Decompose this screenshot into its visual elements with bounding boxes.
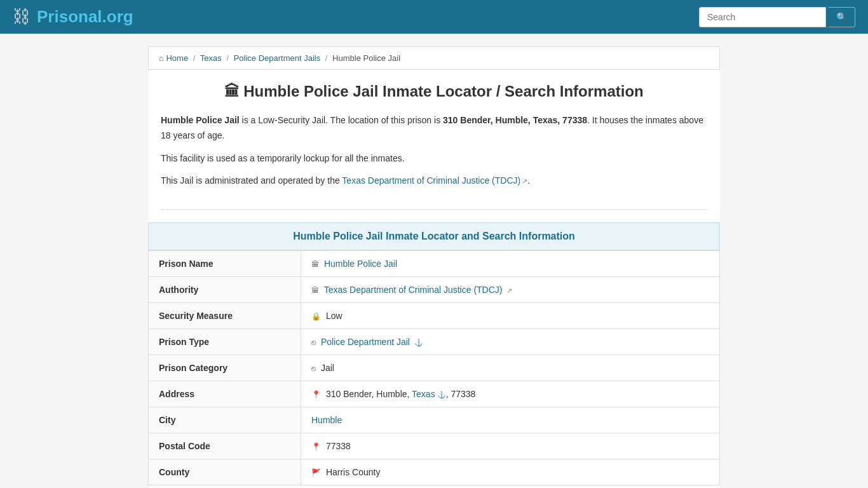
label-prison-type: Prison Type bbox=[149, 329, 301, 355]
ext-icon: ↗ bbox=[522, 177, 527, 185]
desc3-suffix: . bbox=[527, 175, 530, 186]
home-icon: ⌂ bbox=[159, 53, 164, 63]
prison-type-link[interactable]: Police Department Jail bbox=[321, 337, 410, 347]
search-input[interactable] bbox=[699, 7, 826, 27]
description-para1: Humble Police Jail is a Low-Security Jai… bbox=[161, 113, 707, 144]
page-title-area: 🏛Humble Police Jail Inmate Locator / Sea… bbox=[148, 83, 720, 100]
table-row: Prison Type ⎋ Police Department Jail ⚓ bbox=[149, 329, 720, 355]
prison-icon: 🏛 bbox=[224, 83, 240, 100]
value-prison-category: ⎋ Jail bbox=[301, 355, 720, 381]
label-county: County bbox=[149, 459, 301, 485]
table-row: Prison Name 🏛 Humble Police Jail bbox=[149, 251, 720, 277]
county-value: Harris County bbox=[326, 467, 381, 477]
search-button[interactable]: 🔍 bbox=[829, 7, 855, 27]
value-prison-type: ⎋ Police Department Jail ⚓ bbox=[301, 329, 720, 355]
prison-name-bold: Humble Police Jail bbox=[161, 115, 240, 125]
breadcrumb-current: Humble Police Jail bbox=[332, 53, 400, 63]
value-security: 🔒 Low bbox=[301, 303, 720, 329]
table-row: Prison Category ⎋ Jail bbox=[149, 355, 720, 381]
search-area: 🔍 bbox=[699, 7, 855, 27]
site-header: ⛓ Prisonal.org 🔍 bbox=[0, 0, 868, 34]
location-icon: ⎋ bbox=[311, 338, 316, 347]
logo-text: Prisonal.org bbox=[37, 7, 133, 27]
desc3-prefix: This Jail is administrated and operated … bbox=[161, 175, 342, 186]
label-security: Security Measure bbox=[149, 303, 301, 329]
value-authority: 🏛 Texas Department of Criminal Justice (… bbox=[301, 277, 720, 303]
security-value: Low bbox=[326, 311, 342, 321]
label-postal: Postal Code bbox=[149, 433, 301, 459]
flag-icon: 🚩 bbox=[311, 468, 321, 477]
breadcrumb-sep1: / bbox=[193, 53, 196, 63]
value-address: 📍 310 Bender, Humble, Texas⚓, 77338 bbox=[301, 381, 720, 407]
breadcrumb-texas[interactable]: Texas bbox=[200, 53, 222, 63]
breadcrumb-sep3: / bbox=[325, 53, 328, 63]
address-bold: 310 Bender, Humble, Texas, 77338 bbox=[443, 115, 587, 125]
city-link[interactable]: Humble bbox=[311, 415, 342, 425]
breadcrumb-home[interactable]: Home bbox=[166, 53, 188, 63]
pin-icon: 📍 bbox=[311, 390, 321, 399]
main-content: ⌂ Home / Texas / Police Department Jails… bbox=[148, 46, 720, 488]
breadcrumb: ⌂ Home / Texas / Police Department Jails… bbox=[148, 46, 720, 70]
divider bbox=[161, 209, 707, 210]
info-table-header: Humble Police Jail Inmate Locator and Se… bbox=[148, 222, 720, 250]
table-row: Authority 🏛 Texas Department of Criminal… bbox=[149, 277, 720, 303]
bank-icon: 🏛 bbox=[311, 286, 319, 295]
value-postal: 📍 77338 bbox=[301, 433, 720, 459]
label-address: Address bbox=[149, 381, 301, 407]
ext-link-icon: ↗ bbox=[506, 287, 512, 294]
page-title: 🏛Humble Police Jail Inmate Locator / Sea… bbox=[161, 83, 707, 100]
logo-main: Prisonal bbox=[37, 7, 102, 26]
info-table-header-text: Humble Police Jail Inmate Locator and Se… bbox=[293, 231, 575, 241]
breadcrumb-police-jails[interactable]: Police Department Jails bbox=[234, 53, 321, 63]
lock-icon: 🔒 bbox=[311, 312, 321, 321]
table-row: County 🚩 Harris County bbox=[149, 459, 720, 485]
table-row: Address 📍 310 Bender, Humble, Texas⚓, 77… bbox=[149, 381, 720, 407]
desc1-middle: is a Low-Security Jail. The location of … bbox=[240, 115, 443, 125]
anchor-icon: ⚓ bbox=[414, 339, 423, 346]
logo-icon: ⛓ bbox=[13, 6, 31, 27]
description-para3: This Jail is administrated and operated … bbox=[161, 173, 707, 189]
search-icon: 🔍 bbox=[836, 12, 847, 22]
value-city: Humble bbox=[301, 407, 720, 433]
tdcj-link[interactable]: Texas Department of Criminal Justice (TD… bbox=[342, 175, 520, 186]
label-city: City bbox=[149, 407, 301, 433]
address-zip: , 77338 bbox=[446, 389, 476, 399]
label-authority: Authority bbox=[149, 277, 301, 303]
prison-row-icon: 🏛 bbox=[311, 260, 319, 269]
description: Humble Police Jail is a Low-Security Jai… bbox=[148, 113, 720, 209]
address-state-link[interactable]: Texas bbox=[412, 389, 435, 399]
logo-area: ⛓ Prisonal.org bbox=[13, 6, 133, 27]
authority-link[interactable]: Texas Department of Criminal Justice (TD… bbox=[324, 285, 503, 295]
info-section: Humble Police Jail Inmate Locator and Se… bbox=[148, 222, 720, 488]
prison-name-link[interactable]: Humble Police Jail bbox=[324, 259, 397, 269]
data-table: Prison Name 🏛 Humble Police Jail Authori… bbox=[148, 250, 720, 485]
table-row: City Humble bbox=[149, 407, 720, 433]
label-prison-category: Prison Category bbox=[149, 355, 301, 381]
description-para2: This facility is used as a temporarily l… bbox=[161, 151, 707, 166]
address-part1: 310 Bender, Humble, bbox=[326, 389, 412, 399]
table-row: Security Measure 🔒 Low bbox=[149, 303, 720, 329]
value-prison-name: 🏛 Humble Police Jail bbox=[301, 251, 720, 277]
postal-icon: 📍 bbox=[311, 442, 321, 451]
location-icon2: ⎋ bbox=[311, 364, 316, 373]
value-county: 🚩 Harris County bbox=[301, 459, 720, 485]
label-prison-name: Prison Name bbox=[149, 251, 301, 277]
logo-tld: .org bbox=[102, 7, 133, 26]
table-row: Postal Code 📍 77338 bbox=[149, 433, 720, 459]
postal-value: 77338 bbox=[326, 441, 351, 451]
address-anchor-icon: ⚓ bbox=[437, 391, 446, 398]
category-value: Jail bbox=[321, 363, 334, 373]
breadcrumb-sep2: / bbox=[226, 53, 229, 63]
